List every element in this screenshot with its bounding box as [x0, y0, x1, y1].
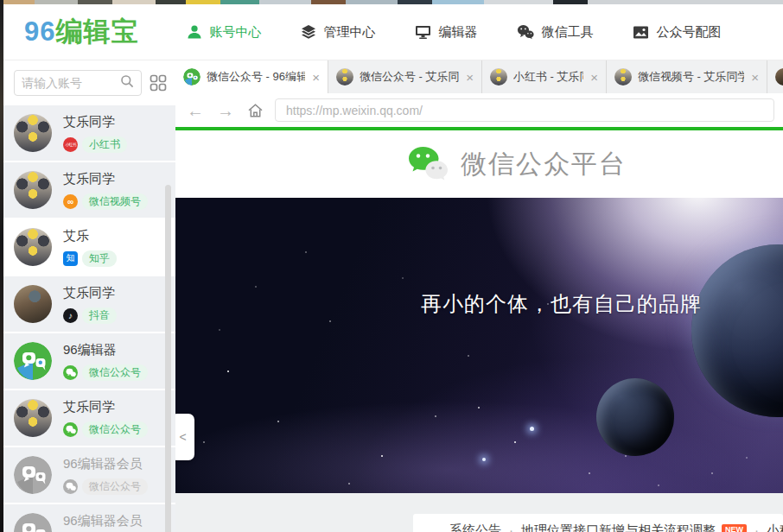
account-name: 艾乐同学: [63, 114, 127, 130]
sidebar-collapse-button[interactable]: <: [175, 414, 194, 460]
platform-pill: 微信公众号: [82, 478, 148, 495]
avatar: [14, 399, 52, 437]
platform-pill: 知乎: [82, 250, 117, 267]
hero-slogan: 再小的个体，也有自己的品牌: [258, 290, 783, 318]
logo-suffix: 编辑宝: [55, 16, 138, 47]
account-item-zhihu[interactable]: 艾乐 知 知乎: [3, 219, 175, 275]
page-lower-section: 系统公告·地理位置接口新增与相关流程调整NEW·小程: [175, 493, 783, 532]
forward-icon[interactable]: →: [217, 102, 234, 119]
nav-manage-center[interactable]: 管理中心: [301, 24, 375, 41]
bright-star: [530, 427, 534, 431]
zhihu-icon: 知: [63, 251, 78, 266]
xiaohongshu-icon: 小红书: [63, 137, 78, 152]
announcement-card: 系统公告·地理位置接口新增与相关流程调整NEW·小程: [413, 514, 783, 532]
screen: 96编辑宝 账号中心 管理中心: [0, 0, 783, 532]
account-sidebar: 艾乐同学 小红书 小红书 艾乐同学 ∞: [3, 60, 175, 532]
logo-prefix: 96: [24, 16, 55, 47]
avatar: [14, 228, 52, 266]
wechat-icon: [63, 422, 78, 437]
avatar: [14, 171, 52, 209]
browser-toolbar: ← →: [175, 93, 783, 127]
app-logo[interactable]: 96编辑宝: [24, 14, 138, 50]
account-item-96editor[interactable]: 96编辑器 微信公众号: [3, 333, 175, 389]
tab-favicon-96editor: [183, 68, 201, 86]
browser-tab-shipinhao[interactable]: 微信视频号 - 艾乐同学 ×: [607, 60, 767, 93]
tab-title: 小红书 - 艾乐同学: [513, 69, 583, 85]
window-body: 艾乐同学 小红书 小红书 艾乐同学 ∞: [3, 60, 783, 532]
nav-editor[interactable]: 编辑器: [415, 24, 477, 41]
url-input[interactable]: [286, 104, 763, 117]
page-content: 微信公众平台 再小的个体，也有自己的品牌 < 系统公告·地理位置接口新增与相: [175, 130, 783, 532]
nav-label: 微信工具: [541, 24, 593, 41]
wechat-icon: [517, 24, 534, 40]
home-icon[interactable]: [247, 103, 264, 118]
image-icon: [633, 25, 649, 40]
account-item-wechat-mp[interactable]: 艾乐同学 微信公众号: [3, 390, 175, 446]
wechat-icon: [63, 479, 78, 494]
account-item-douyin[interactable]: 艾乐同学 ♪ 抖音: [3, 276, 175, 332]
douyin-icon: ♪: [63, 308, 78, 323]
account-item-xiaohongshu[interactable]: 艾乐同学 小红书 小红书: [3, 105, 175, 161]
nav-wechat-tools[interactable]: 微信工具: [517, 24, 593, 41]
planet-large: [691, 244, 783, 417]
tab-title: 微信公众号 - 艾乐同学: [360, 69, 459, 85]
browser-area: 微信公众号 - 96编辑器 × 微信公众号 - 艾乐同学 × 小红书 - 艾乐同…: [175, 60, 783, 532]
monitor-icon: [415, 24, 431, 40]
account-list: 艾乐同学 小红书 小红书 艾乐同学 ∞: [3, 105, 175, 532]
sidebar-search-row: [3, 60, 175, 105]
avatar: [14, 285, 52, 323]
brand-title: 微信公众平台: [461, 147, 627, 182]
browser-tab-wechat-aile[interactable]: 微信公众号 - 艾乐同学 ×: [328, 60, 482, 93]
tab-favicon-avatar: [614, 68, 632, 86]
platform-pill: 微信公众号: [82, 421, 148, 438]
avatar-96editor-logo: [14, 342, 52, 380]
layers-icon: [301, 24, 316, 40]
close-icon[interactable]: ×: [312, 71, 320, 84]
address-bar: [275, 98, 774, 122]
announcement-link[interactable]: 地理位置接口新增与相关流程调整: [521, 522, 716, 532]
close-icon[interactable]: ×: [466, 71, 474, 84]
platform-pill: 微信视频号: [82, 193, 148, 210]
bright-star: [482, 458, 486, 461]
nav-label: 管理中心: [323, 24, 375, 41]
new-badge: NEW: [722, 524, 747, 532]
wechat-mp-header: 微信公众平台: [175, 130, 783, 198]
shipinhao-icon: ∞: [63, 194, 78, 209]
avatar: [14, 114, 52, 152]
tab-title: 微信视频号 - 艾乐同学: [638, 69, 744, 85]
account-name: 艾乐同学: [63, 399, 148, 415]
announcement-more[interactable]: 小程: [767, 522, 783, 532]
sidebar-scrollbar[interactable]: [165, 185, 171, 532]
account-name: 艾乐: [63, 228, 117, 244]
nav-label: 公众号配图: [656, 24, 721, 41]
user-icon: [187, 24, 202, 40]
account-name: 96编辑器会员: [63, 456, 148, 472]
browser-tab-partial[interactable]: [767, 60, 783, 93]
nav-mp-images[interactable]: 公众号配图: [633, 24, 721, 41]
browser-tab-96editor[interactable]: 微信公众号 - 96编辑器 ×: [175, 60, 328, 93]
account-item-member[interactable]: 96编辑器会员 微信公众号: [3, 447, 175, 503]
account-name: 96编辑器会员: [63, 513, 148, 529]
grid-view-icon[interactable]: [150, 74, 167, 92]
browser-tab-xiaohongshu[interactable]: 小红书 - 艾乐同学 ×: [482, 60, 607, 93]
account-name: 艾乐同学: [63, 285, 117, 301]
app-window: 96编辑宝 账号中心 管理中心: [3, 4, 783, 532]
separator-dot: ·: [509, 522, 513, 532]
nav-label: 账号中心: [209, 24, 261, 41]
account-name: 96编辑器: [63, 342, 148, 358]
separator-dot: ·: [754, 522, 759, 532]
account-item-member-2[interactable]: 96编辑器会员 微信公众号: [3, 504, 175, 532]
tab-favicon-avatar: [336, 68, 353, 86]
nav-account-center[interactable]: 账号中心: [187, 24, 261, 41]
back-icon[interactable]: ←: [187, 102, 204, 119]
tab-favicon-avatar: [775, 68, 783, 86]
avatar-member-logo: [14, 513, 52, 532]
search-box: [14, 70, 142, 96]
browser-tabbar: 微信公众号 - 96编辑器 × 微信公众号 - 艾乐同学 × 小红书 - 艾乐同…: [175, 60, 783, 93]
account-item-shipinhao[interactable]: 艾乐同学 ∞ 微信视频号: [3, 162, 175, 218]
search-input[interactable]: [22, 76, 120, 90]
close-icon[interactable]: ×: [590, 71, 598, 84]
close-icon[interactable]: ×: [751, 71, 759, 84]
search-icon[interactable]: [120, 74, 134, 92]
planet-small: [596, 378, 674, 456]
